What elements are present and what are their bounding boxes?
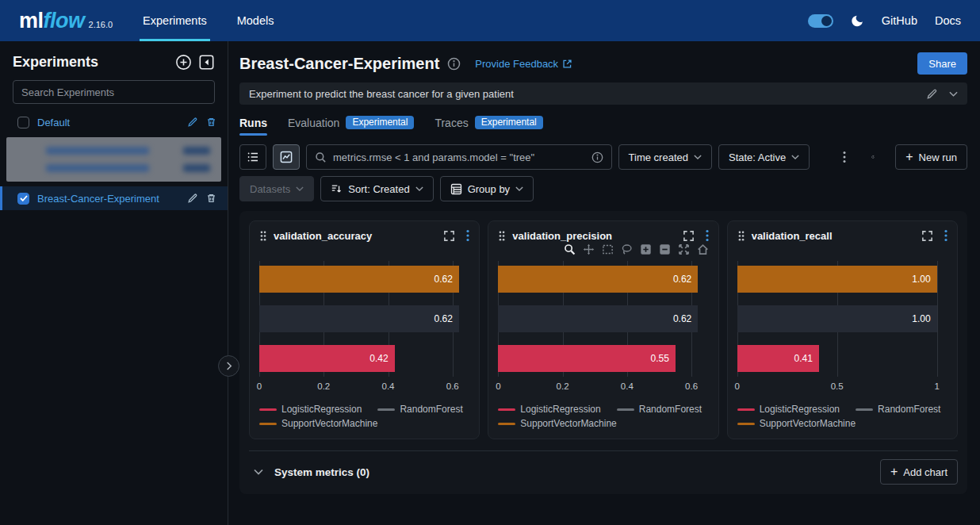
sort-dropdown[interactable]: Sort: Created (320, 176, 433, 201)
chevron-down-icon[interactable] (254, 469, 263, 475)
legend-item-SupportVectorMachine[interactable]: SupportVectorMachine (498, 418, 616, 429)
zoom-icon[interactable] (564, 243, 576, 255)
drag-handle-icon[interactable] (737, 230, 745, 242)
experiment-item-breast-cancer[interactable]: Breast-Cancer-Experiment (0, 186, 228, 210)
box-select-icon[interactable] (602, 243, 614, 255)
github-link[interactable]: GitHub (882, 14, 917, 27)
checkbox-unchecked[interactable] (17, 117, 29, 128)
bar-row-SupportVectorMachine: 0.62 (259, 266, 469, 293)
chart-card-validation_recall: validation_recall1.001.000.4100.51Logist… (727, 220, 958, 439)
zoom-in-icon[interactable] (640, 243, 652, 255)
bar-SupportVectorMachine[interactable]: 0.62 (259, 266, 459, 293)
trash-icon[interactable] (206, 117, 216, 128)
legend-item-SupportVectorMachine[interactable]: SupportVectorMachine (737, 418, 856, 429)
edit-description-icon[interactable] (926, 88, 938, 100)
checkbox-checked[interactable] (17, 193, 29, 205)
search-experiments-input[interactable] (13, 80, 215, 104)
nav-tab-models[interactable]: Models (237, 0, 274, 41)
add-experiment-icon[interactable] (175, 54, 192, 71)
bar-plot-area: 1.001.000.41 (737, 261, 947, 377)
tab-evaluation[interactable]: Evaluation Experimental (288, 116, 414, 136)
metric-charts-row: validation_accuracy0.620.620.4200.20.40.… (249, 220, 958, 439)
legend-swatch (617, 408, 634, 411)
legend-item-LogisticRegression[interactable]: LogisticRegression (259, 404, 377, 415)
zoom-out-icon[interactable] (659, 243, 671, 255)
legend-item-LogisticRegression[interactable]: LogisticRegression (737, 404, 856, 415)
pan-icon[interactable] (583, 243, 595, 255)
redacted-experiment-item[interactable] (6, 159, 221, 177)
system-metrics-label[interactable]: System metrics (0) (274, 466, 369, 478)
bar-value-label: 1.00 (912, 274, 930, 285)
chart-view-icon (280, 151, 293, 163)
add-chart-label: Add chart (903, 466, 947, 478)
expand-chart-icon[interactable] (921, 230, 933, 242)
bar-row-LogisticRegression: 0.41 (737, 345, 947, 372)
legend-item-LogisticRegression[interactable]: LogisticRegression (498, 404, 616, 415)
nav-tab-experiments[interactable]: Experiments (143, 0, 207, 41)
share-button[interactable]: Share (917, 52, 967, 75)
legend-item-RandomForest[interactable]: RandomForest (856, 404, 947, 415)
pencil-icon[interactable] (187, 117, 198, 128)
legend-item-SupportVectorMachine[interactable]: SupportVectorMachine (259, 418, 377, 429)
chart-menu-kebab[interactable] (706, 229, 709, 242)
more-options-kebab[interactable] (833, 144, 856, 170)
trash-icon[interactable] (206, 193, 216, 204)
x-tick-label: 0.6 (685, 381, 698, 391)
bar-SupportVectorMachine[interactable]: 0.62 (498, 266, 698, 293)
legend-swatch (498, 423, 515, 425)
chart-view-button[interactable] (273, 144, 300, 170)
bar-LogisticRegression[interactable]: 0.41 (737, 345, 819, 372)
reset-home-icon[interactable] (697, 243, 709, 255)
lasso-select-icon[interactable] (621, 243, 633, 255)
expand-chart-icon[interactable] (683, 230, 695, 242)
chart-menu-kebab[interactable] (466, 229, 469, 242)
bar-value-label: 1.00 (912, 313, 930, 324)
tab-traces[interactable]: Traces Experimental (434, 116, 542, 136)
x-tick-label: 0.6 (446, 381, 459, 391)
runs-search-input[interactable] (333, 151, 585, 163)
bar-SupportVectorMachine[interactable]: 1.00 (737, 266, 937, 293)
info-icon[interactable] (447, 57, 461, 71)
bar-row-LogisticRegression: 0.42 (259, 345, 469, 372)
drag-handle-icon[interactable] (498, 230, 506, 242)
add-chart-button[interactable]: + Add chart (880, 459, 958, 485)
theme-toggle[interactable] (808, 14, 833, 28)
refresh-button[interactable] (862, 144, 884, 170)
legend-item-RandomForest[interactable]: RandomForest (377, 404, 469, 415)
chart-menu-kebab[interactable] (944, 229, 947, 242)
search-icon (315, 151, 327, 163)
tab-runs[interactable]: Runs (239, 117, 267, 136)
bar-RandomForest[interactable]: 0.62 (498, 305, 698, 332)
drag-handle-icon[interactable] (259, 230, 267, 242)
bar-LogisticRegression[interactable]: 0.55 (498, 345, 675, 372)
info-icon[interactable] (591, 151, 603, 163)
experiment-item-default[interactable]: Default (0, 112, 228, 132)
time-created-dropdown[interactable]: Time created (618, 144, 712, 170)
pencil-icon[interactable] (187, 193, 198, 204)
state-filter-dropdown[interactable]: State: Active (718, 144, 810, 170)
provide-feedback-link[interactable]: Provide Feedback (475, 58, 572, 70)
datasets-dropdown[interactable]: Datasets (239, 176, 314, 201)
group-by-dropdown[interactable]: Group by (440, 176, 534, 201)
autoscale-icon[interactable] (678, 243, 690, 255)
bar-value-label: 0.41 (794, 353, 813, 364)
experiment-label[interactable]: Breast-Cancer-Experiment (37, 193, 159, 205)
bar-LogisticRegression[interactable]: 0.42 (259, 345, 395, 372)
collapse-sidebar-icon[interactable] (198, 54, 215, 71)
expand-chart-icon[interactable] (443, 230, 455, 242)
chart-legend: LogisticRegressionRandomForestSupportVec… (498, 404, 708, 429)
redacted-icons (183, 147, 210, 155)
bar-RandomForest[interactable]: 0.62 (259, 305, 459, 332)
bar-RandomForest[interactable]: 1.00 (737, 305, 937, 332)
list-view-button[interactable] (239, 144, 266, 170)
legend-swatch (737, 408, 755, 411)
legend-item-RandomForest[interactable]: RandomForest (617, 404, 709, 415)
redacted-experiment-item[interactable] (6, 142, 221, 159)
docs-link[interactable]: Docs (935, 14, 961, 27)
bar-row-SupportVectorMachine: 1.00 (737, 266, 947, 293)
chevron-down-icon[interactable] (949, 91, 958, 97)
experiment-label[interactable]: Default (37, 117, 70, 128)
sidebar-expand-handle[interactable] (218, 355, 239, 377)
sort-label: Sort: Created (348, 183, 409, 195)
new-run-button[interactable]: + New run (895, 144, 967, 170)
